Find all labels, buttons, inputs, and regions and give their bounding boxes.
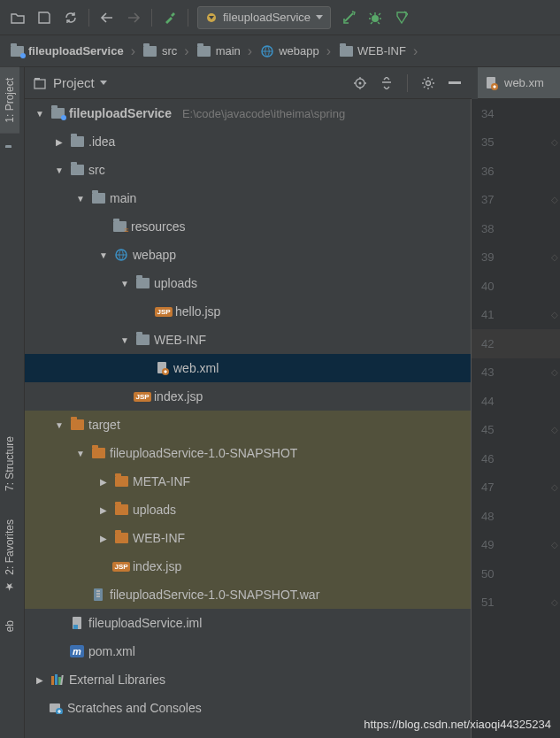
- folder-icon: [338, 43, 354, 59]
- tree-webinf[interactable]: ▼ WEB-INF: [25, 326, 471, 354]
- crumb-module[interactable]: fileuploadService: [4, 41, 129, 62]
- tree-index-jsp2[interactable]: JSP index.jsp: [25, 552, 471, 580]
- stripe-tab-favorites[interactable]: ★2: Favorites: [0, 509, 19, 603]
- folder-icon: [69, 162, 85, 178]
- expand-arrow-icon[interactable]: ▼: [74, 194, 87, 204]
- crumb-src[interactable]: src: [137, 41, 182, 62]
- tree-webinf2[interactable]: ▶ WEB-INF: [25, 524, 471, 552]
- gutter-line[interactable]: 50: [471, 559, 560, 588]
- tree-hello-jsp[interactable]: JSP hello.jsp: [25, 297, 471, 326]
- back-arrow-icon[interactable]: [95, 5, 119, 30]
- gutter-line[interactable]: 37◇: [471, 186, 560, 215]
- expand-arrow-icon[interactable]: ▼: [119, 279, 131, 288]
- tree-external-libs[interactable]: ▶ External Libraries: [25, 665, 471, 694]
- tree-uploads[interactable]: ▼ uploads: [25, 269, 471, 297]
- tree-war[interactable]: fileuploadService-1.0-SNAPSHOT.war: [25, 580, 471, 609]
- web-folder-icon: [259, 43, 275, 59]
- scratches-icon: [48, 700, 64, 716]
- project-view-selector[interactable]: Project: [32, 75, 107, 91]
- gutter-line[interactable]: 45◇: [471, 416, 560, 445]
- jsp-file-icon: JSP: [113, 558, 129, 574]
- tree-index-jsp[interactable]: JSP index.jsp: [25, 382, 471, 411]
- left-tool-stripe: 1: Project 7: Structure ★2: Favorites eb: [0, 67, 25, 738]
- sync-icon[interactable]: [58, 5, 83, 30]
- tree-snapshot[interactable]: ▼ fileuploadService-1.0-SNAPSHOT: [25, 439, 471, 467]
- top-toolbar: fileuploadService: [0, 0, 560, 35]
- svg-rect-8: [449, 81, 461, 84]
- maven-icon: m: [69, 643, 85, 659]
- tree-metainf[interactable]: ▶ META-INF: [25, 467, 471, 496]
- gear-icon[interactable]: [418, 73, 438, 93]
- breadcrumb: fileuploadService › src › main › webapp …: [0, 35, 560, 67]
- folder-stripe-icon[interactable]: [5, 148, 19, 162]
- stripe-tab-eb[interactable]: eb: [0, 610, 19, 642]
- run-icon[interactable]: [336, 5, 361, 30]
- tree-webapp[interactable]: ▼ webapp: [25, 241, 471, 269]
- tree-src[interactable]: ▼ src: [25, 156, 471, 184]
- expand-arrow-icon[interactable]: ▼: [53, 420, 65, 430]
- expand-arrow-icon[interactable]: ▶: [34, 675, 46, 685]
- gutter-line[interactable]: 51◇: [471, 588, 560, 618]
- folder-icon: [113, 530, 129, 546]
- folder-icon: [90, 445, 106, 461]
- expand-arrow-icon[interactable]: ▼: [97, 250, 110, 260]
- module-folder-icon: [9, 43, 25, 59]
- expand-arrow-icon[interactable]: ▶: [97, 505, 110, 515]
- tree-main[interactable]: ▼ main: [25, 184, 471, 212]
- crumb-webinf[interactable]: WEB-INF: [333, 41, 411, 62]
- stripe-tab-structure[interactable]: 7: Structure: [0, 426, 19, 502]
- gutter-line[interactable]: 47◇: [471, 473, 560, 503]
- expand-arrow-icon[interactable]: ▼: [119, 335, 131, 345]
- gutter-line[interactable]: 43◇: [471, 358, 560, 388]
- gutter-line[interactable]: 49◇: [471, 531, 560, 560]
- tree-target[interactable]: ▼ target: [25, 411, 471, 439]
- svg-point-7: [426, 81, 431, 85]
- tree-idea[interactable]: ▶ .idea: [25, 127, 471, 156]
- save-icon[interactable]: [32, 5, 57, 30]
- debug-icon[interactable]: [363, 5, 387, 30]
- expand-arrow-icon[interactable]: ▶: [97, 477, 110, 487]
- iml-file-icon: [69, 615, 85, 631]
- build-hammer-icon[interactable]: [157, 5, 182, 30]
- svg-rect-15: [96, 596, 100, 597]
- stripe-tab-project[interactable]: 1: Project: [0, 67, 19, 134]
- tree-resources[interactable]: ≡ resources: [25, 212, 471, 241]
- run-coverage-icon[interactable]: [389, 5, 414, 30]
- expand-arrow-icon[interactable]: ▼: [53, 165, 65, 175]
- gutter-line[interactable]: 38: [471, 214, 560, 243]
- chevron-right-icon: ›: [326, 43, 331, 59]
- gutter-line[interactable]: 34: [471, 99, 560, 128]
- separator: [188, 9, 188, 27]
- gutter-line[interactable]: 40: [471, 272, 560, 301]
- gutter-border: [471, 99, 472, 738]
- xml-file-icon: [156, 361, 170, 375]
- crumb-main[interactable]: main: [191, 41, 246, 62]
- project-tree: ▼ fileuploadService E:\code\javacode\ith…: [25, 99, 471, 738]
- crumb-webapp[interactable]: webapp: [254, 41, 325, 62]
- tree-root[interactable]: ▼ fileuploadService E:\code\javacode\ith…: [25, 99, 471, 127]
- gutter-line[interactable]: 46: [471, 444, 560, 473]
- gutter-line[interactable]: 41◇: [471, 301, 560, 330]
- gutter-line[interactable]: 44: [471, 387, 560, 416]
- tree-iml[interactable]: fileuploadService.iml: [25, 609, 471, 637]
- gutter-line[interactable]: 36: [471, 157, 560, 186]
- editor-tab-webxml[interactable]: web.xm: [478, 67, 560, 99]
- tree-pom[interactable]: m pom.xml: [25, 637, 471, 665]
- run-config-dropdown[interactable]: fileuploadService: [197, 6, 331, 29]
- tree-web-xml[interactable]: web.xml: [25, 354, 471, 382]
- expand-arrow-icon[interactable]: ▼: [34, 109, 46, 119]
- svg-rect-19: [55, 674, 58, 685]
- expand-all-icon[interactable]: [377, 73, 396, 93]
- open-file-icon[interactable]: [5, 5, 30, 30]
- locate-icon[interactable]: [350, 73, 370, 93]
- tree-uploads2[interactable]: ▶ uploads: [25, 496, 471, 524]
- expand-arrow-icon[interactable]: ▼: [74, 449, 87, 458]
- minimize-icon[interactable]: [445, 73, 464, 93]
- gutter-line[interactable]: 39◇: [471, 243, 560, 273]
- expand-arrow-icon[interactable]: ▶: [97, 534, 110, 543]
- gutter-line[interactable]: 48: [471, 502, 560, 531]
- gutter-line[interactable]: 35◇: [471, 128, 560, 158]
- gutter-line[interactable]: 42: [471, 329, 560, 358]
- folder-icon: [69, 134, 85, 150]
- expand-arrow-icon[interactable]: ▶: [53, 137, 65, 147]
